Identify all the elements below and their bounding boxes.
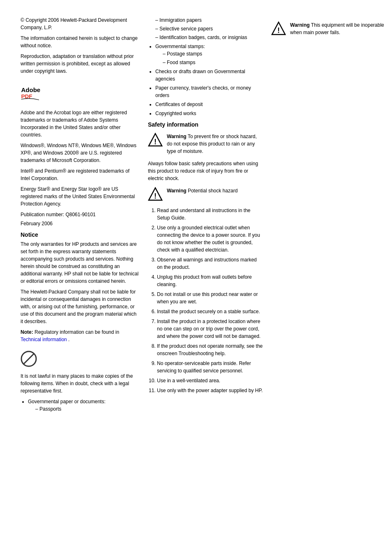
unlawful-text: It is not lawful in many places to make … (21, 372, 140, 395)
svg-text:Adobe: Adobe (21, 86, 41, 93)
dash-postage: Postage stamps (163, 50, 263, 58)
warning2-label: Warning (167, 188, 187, 194)
column-2: Immigration papers Selective service pap… (148, 16, 263, 415)
notice-p1: The only warranties for HP products and … (21, 240, 140, 285)
note-paragraph: Note: Regulatory information can be foun… (21, 328, 140, 343)
dash-identification: Identification badges, cards, or insigni… (155, 34, 263, 41)
safety-item-6: Install the product securely on a stable… (157, 308, 263, 315)
safety-item-9: No operator-serviceable parts inside. Re… (157, 360, 263, 374)
adobe-note: Adobe and the Acrobat logo are either re… (21, 109, 140, 139)
warning-fire-hazard: ! Warning To prevent fire or shock hazar… (148, 133, 263, 155)
adobe-logo: Adobe PDF (21, 81, 140, 103)
warning3-label: Warning (290, 22, 310, 28)
intel-note: Intel® and Pentium® are registered trade… (21, 167, 140, 182)
note-end: . (68, 337, 69, 342)
safety-item-11: Use only with the power adapter supplied… (157, 387, 263, 394)
column-3: ! Warning This equipment will be inopera… (271, 16, 386, 415)
safety-item-7: Install the product in a protected locat… (157, 318, 263, 340)
pub-date: February 2006 (21, 220, 140, 227)
info-text-2: Reproduction, adaptation or translation … (21, 53, 140, 75)
no-copy-icon (21, 347, 140, 372)
copyright-text: © Copyright 2006 Hewlett-Packard Develop… (21, 16, 140, 31)
immigration-list: Immigration papers Selective service pap… (148, 16, 263, 41)
dash-selective: Selective service papers (155, 25, 263, 32)
energy-note: Energy Star® and Energy Star logo® are U… (21, 185, 140, 208)
safety-numbered-list: Read and understand all instructions in … (148, 207, 263, 394)
warning-shock-hazard: ! Warning Potential shock hazard (148, 187, 263, 202)
warning-fire-text: Warning To prevent fire or shock hazard,… (167, 133, 263, 155)
safety-title: Safety information (148, 121, 263, 128)
gov-docs-sublist: Passports (28, 405, 140, 413)
bullet-checks: Checks or drafts drawn on Governmental a… (155, 68, 263, 83)
dash-immigration: Immigration papers (155, 16, 263, 24)
notice-title: Notice (21, 231, 140, 238)
bullet-gov-stamps: Governmental stamps: Postage stamps Food… (155, 43, 263, 66)
safety-para-1: Always follow basic safety precautions w… (148, 160, 263, 182)
svg-text:!: ! (154, 192, 157, 200)
svg-text:!: ! (154, 138, 157, 146)
safety-item-5: Do not install or use this product near … (157, 291, 263, 305)
windows-note: Windows®, Windows NT®, Windows ME®, Wind… (21, 142, 140, 164)
bullet-copyrighted: Copyrighted works (155, 110, 263, 117)
notice-p2: The Hewlett-Packard Company shall not be… (21, 288, 140, 325)
svg-text:!: ! (277, 26, 280, 35)
bullet-currency: Paper currency, traveler's checks, or mo… (155, 84, 263, 99)
svg-line-3 (24, 354, 34, 364)
column-1: © Copyright 2006 Hewlett-Packard Develop… (21, 16, 140, 415)
safety-item-1: Read and understand all instructions in … (157, 207, 263, 222)
dash-passports: Passports (35, 405, 140, 413)
safety-item-10: Use in a well-ventilated area. (157, 377, 263, 384)
safety-item-8: If the product does not operate normally… (157, 342, 263, 357)
restrictions-list: Governmental paper or documents: Passpor… (21, 398, 140, 413)
warning1-label: Warning (167, 134, 187, 139)
stamps-sublist: Postage stamps Food stamps (155, 50, 263, 66)
warning-icon-3: ! (271, 21, 286, 36)
safety-item-3: Observe all warnings and instructions ma… (157, 256, 263, 271)
dash-food: Food stamps (163, 59, 263, 66)
warning2-detail: Potential shock hazard (188, 188, 238, 194)
more-restrictions-list: Governmental stamps: Postage stamps Food… (148, 43, 263, 117)
bullet-gov-docs: Governmental paper or documents: Passpor… (28, 398, 140, 413)
warning-icon-1: ! (148, 133, 163, 148)
info-text-1: The information contained herein is subj… (21, 35, 140, 49)
warning-shock-text: Warning Potential shock hazard (167, 187, 238, 194)
note-text: Regulatory information can be found in (35, 329, 119, 335)
technical-info-link[interactable]: Technical information (21, 337, 67, 342)
bullet-certificates: Certificates of deposit (155, 101, 263, 108)
warning-power-fail: ! Warning This equipment will be inopera… (271, 21, 386, 36)
note-label: Note: (21, 329, 33, 335)
warning-icon-2: ! (148, 187, 163, 202)
safety-item-2: Use only a grounded electrical outlet wh… (157, 224, 263, 254)
warning-power-text: Warning This equipment will be inoperabl… (290, 21, 386, 36)
pub-number: Publication number: Q8061-90101 (21, 211, 140, 218)
safety-item-4: Unplug this product from wall outlets be… (157, 273, 263, 288)
